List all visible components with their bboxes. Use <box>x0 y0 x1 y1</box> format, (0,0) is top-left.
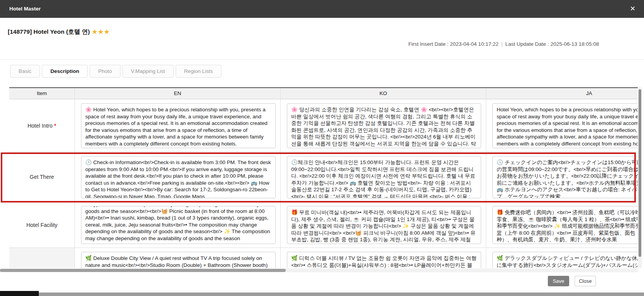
first-insert-date: First Insert Date : 2023-04-04 10:17:22 <box>408 41 499 47</box>
cell-hotel-facility-en: 🎁 Free minibar (in the room)<br/>• Jeju … <box>75 202 281 248</box>
row-label-text: Get There <box>30 174 54 180</box>
last-update-date: Last Update Date : 2025-06-13 18:05:08 <box>505 41 599 47</box>
tab-photo[interactable]: Photo <box>90 65 120 78</box>
tab-description[interactable]: Description <box>42 65 88 78</box>
table-row-room-info: 🌿 Deluxe Double City View / A quiet rest… <box>9 248 638 268</box>
row-label-get-there: Get There <box>9 152 75 202</box>
star-rating-icon: ★★★ <box>92 28 110 35</box>
save-button[interactable]: Save <box>548 276 569 286</box>
background-page-strip <box>0 293 644 296</box>
close-button[interactable]: Close <box>575 276 596 286</box>
row-label-hotel-facility: Hotel Facility <box>9 202 75 248</box>
table-row-hotel-facility: Hotel Facility 🎁 Free minibar (in the ro… <box>9 202 638 248</box>
close-icon[interactable]: ✕ <box>630 5 635 13</box>
textarea-get-there-ko[interactable]: 🕓체크인 안내<br/>체크인은 15:00부터 가능합니다. 프런트 운영 시… <box>287 156 481 198</box>
textarea-room-info-en[interactable]: 🌿 Deluxe Double City View / A quiet rest… <box>81 252 276 268</box>
row-label-text: Hotel Facility <box>26 222 57 228</box>
hotel-heading: [148779] Hotel Yeon (호텔 연)★★★ <box>8 28 110 36</box>
textarea-room-info-ko[interactable]: 🌿 디럭스 더블 시티뷰 / TV 없는 조용한 쉼 오롯이 자연과 음악에 집… <box>287 252 481 268</box>
textarea-hotel-facility-ko[interactable]: 🎁 무료 미니바(객실 내)<br/>• 제주라면, 어묵바(차갑게 드셔도 되… <box>287 206 481 244</box>
column-header-ja: JA <box>486 88 638 99</box>
table-row-get-there: Get There 🕓 Check-in Information<br/>Che… <box>9 152 638 202</box>
tab-basic[interactable]: Basic <box>10 65 40 78</box>
record-dates: First Insert Date : 2023-04-04 10:17:22|… <box>408 41 599 47</box>
date-separator: | <box>499 41 506 47</box>
row-label-text: Hotel Intro <box>28 123 53 129</box>
background-page-strip-dark <box>0 291 39 296</box>
cell-hotel-facility-ja: 🎁 免费迷你吧（房间内）<br/>• 济州拉面、鱼糕吧（可以冷吃）、济州矿泉水、… <box>486 202 638 248</box>
cell-hotel-intro-en: 🌸 Hotel Yeon, which hopes to be a precio… <box>75 99 281 152</box>
row-label-hotel-intro: Hotel Intro* <box>9 99 75 152</box>
column-header-item: Item <box>9 88 75 99</box>
textarea-get-there-en[interactable]: 🕓 Check-in Information<br/>Check-in is a… <box>81 156 276 198</box>
row-label-empty <box>9 248 75 268</box>
hotel-title-text: [148779] Hotel Yeon (호텔 연) <box>8 28 90 35</box>
modal-title: Hotel Master <box>9 0 41 18</box>
cell-get-there-en: 🕓 Check-in Information<br/>Check-in is a… <box>75 152 281 202</box>
cell-room-info-ko: 🌿 디럭스 더블 시티뷰 / TV 없는 조용한 쉼 오롯이 자연과 음악에 집… <box>281 248 486 268</box>
textarea-hotel-facility-ja[interactable]: 🎁 免费迷你吧（房间内）<br/>• 济州拉面、鱼糕吧（可以冷吃）、济州矿泉水、… <box>492 206 638 244</box>
tab-bar: Basic Description Photo V.Mapping List R… <box>10 65 221 78</box>
textarea-hotel-facility-en[interactable]: 🎁 Free minibar (in the room)<br/>• Jeju … <box>81 206 276 244</box>
tabs-divider <box>0 59 644 60</box>
description-table-viewport: Item EN KO JA Hotel Intro* 🌸 Hotel Yeon,… <box>9 87 638 268</box>
table-header-row: Item EN KO JA <box>9 87 638 99</box>
description-table: Item EN KO JA Hotel Intro* 🌸 Hotel Yeon,… <box>9 87 638 268</box>
textarea-hotel-intro-ko[interactable]: 🌸 당신과의 소중한 인연을 기다리는 감성 숙소, 호텔연 🌸 <br/><b… <box>287 103 481 148</box>
cell-get-there-ko: 🕓체크인 안내<br/>체크인은 15:00부터 가능합니다. 프런트 운영 시… <box>281 152 486 202</box>
horizontal-scrollbar-thumb[interactable] <box>0 269 286 272</box>
tab-vmapping-list[interactable]: V.Mapping List <box>123 65 174 78</box>
textarea-get-there-ja[interactable]: 🕓 チェックインのご案内<br/>チェックインは15:00から可能です。フロント… <box>492 156 638 198</box>
modal-titlebar: Hotel Master ✕ <box>0 0 644 18</box>
textarea-hotel-intro-ja[interactable]: Hotel Yeon, which hopes to be a precious… <box>492 103 638 148</box>
vertical-scrollbar[interactable] <box>638 87 642 268</box>
tab-region-lists[interactable]: Region Lists <box>176 65 221 78</box>
horizontal-scrollbar[interactable] <box>0 268 638 272</box>
cell-room-info-en: 🌿 Deluxe Double City View / A quiet rest… <box>75 248 281 268</box>
cell-get-there-ja: 🕓 チェックインのご案内<br/>チェックインは15:00から可能です。フロント… <box>486 152 638 202</box>
textarea-room-info-ja[interactable]: 🌿 デラックスダブルシティビュー / テレビのない静かな休息 自然と音楽だけに集… <box>492 252 638 268</box>
cell-hotel-intro-ko: 🌸 당신과의 소중한 인연을 기다리는 감성 숙소, 호텔연 🌸 <br/><b… <box>281 99 486 152</box>
required-mark: * <box>54 123 56 129</box>
textarea-hotel-intro-en[interactable]: 🌸 Hotel Yeon, which hopes to be a precio… <box>81 103 276 148</box>
table-row-hotel-intro: Hotel Intro* 🌸 Hotel Yeon, which hopes t… <box>9 99 638 152</box>
cell-hotel-facility-ko: 🎁 무료 미니바(객실 내)<br/>• 제주라면, 어묵바(차갑게 드셔도 되… <box>281 202 486 248</box>
column-header-en: EN <box>75 88 281 99</box>
vertical-scrollbar-thumb[interactable] <box>639 89 641 257</box>
column-header-ko: KO <box>281 88 486 99</box>
cell-room-info-ja: 🌿 デラックスダブルシティビュー / テレビのない静かな休息 自然と音楽だけに集… <box>486 248 638 268</box>
cell-hotel-intro-ja: Hotel Yeon, which hopes to be a precious… <box>486 99 638 152</box>
